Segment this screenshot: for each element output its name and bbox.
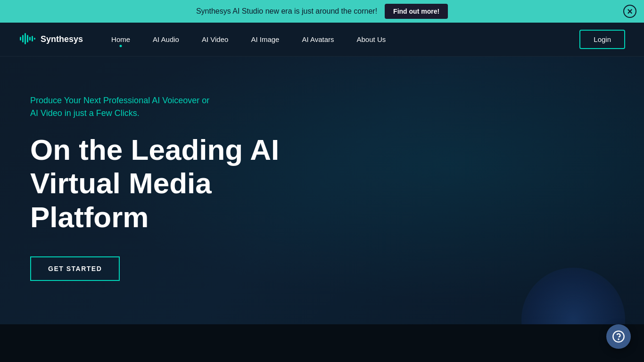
logo[interactable]: Synthesys — [19, 30, 83, 49]
support-widget[interactable] — [606, 324, 631, 349]
deco-circle — [521, 268, 625, 324]
hero-title: On the Leading AIVirtual MediaPlatform — [30, 133, 322, 234]
svg-rect-6 — [34, 38, 35, 40]
nav-ai-avatars[interactable]: AI Avatars — [302, 35, 334, 43]
support-icon — [612, 330, 625, 343]
nav-ai-audio[interactable]: AI Audio — [153, 35, 179, 43]
svg-rect-5 — [32, 36, 33, 41]
get-started-button[interactable]: GET STARTED — [30, 256, 120, 281]
nav-links: Home AI Audio AI Video AI Image AI Avata… — [111, 35, 579, 43]
nav-ai-image[interactable]: AI Image — [251, 35, 279, 43]
svg-rect-1 — [22, 35, 24, 42]
find-out-button[interactable]: Find out more! — [385, 4, 448, 19]
bottom-section — [0, 324, 644, 362]
hero-subtitle: Produce Your Next Professional AI Voiceo… — [30, 94, 322, 120]
logo-icon — [19, 30, 36, 49]
svg-rect-0 — [20, 37, 21, 41]
hero-content: Produce Your Next Professional AI Voiceo… — [30, 94, 322, 281]
logo-label: Synthesys — [41, 34, 83, 44]
announcement-text: Synthesys AI Studio new era is just arou… — [196, 7, 377, 16]
svg-rect-3 — [27, 35, 28, 42]
announcement-banner: Synthesys AI Studio new era is just arou… — [0, 0, 644, 23]
nav-ai-video[interactable]: AI Video — [202, 35, 228, 43]
hero-section: Produce Your Next Professional AI Voiceo… — [0, 57, 644, 324]
navbar: Synthesys Home AI Audio AI Video AI Imag… — [0, 23, 644, 57]
nav-actions: Login — [579, 30, 625, 49]
svg-rect-4 — [29, 37, 31, 41]
nav-about-us[interactable]: About Us — [357, 35, 386, 43]
close-icon: × — [627, 7, 633, 16]
close-banner-button[interactable]: × — [623, 5, 636, 18]
svg-rect-2 — [25, 33, 26, 44]
login-button[interactable]: Login — [579, 30, 625, 49]
nav-home[interactable]: Home — [111, 35, 130, 43]
